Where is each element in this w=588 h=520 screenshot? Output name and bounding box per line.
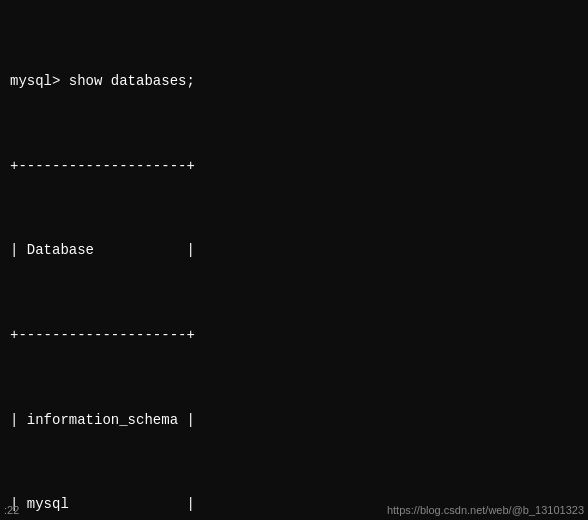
terminal-line: | Database | xyxy=(10,240,578,262)
terminal-line: +--------------------+ xyxy=(10,325,578,347)
timestamp: :22 xyxy=(4,504,19,516)
terminal-line: | information_schema | xyxy=(10,410,578,432)
terminal-window: mysql> show databases; +----------------… xyxy=(0,0,588,520)
terminal-line: +--------------------+ xyxy=(10,156,578,178)
watermark: https://blog.csdn.net/web/@b_13101323 xyxy=(387,504,584,516)
terminal-line: mysql> show databases; xyxy=(10,71,578,93)
